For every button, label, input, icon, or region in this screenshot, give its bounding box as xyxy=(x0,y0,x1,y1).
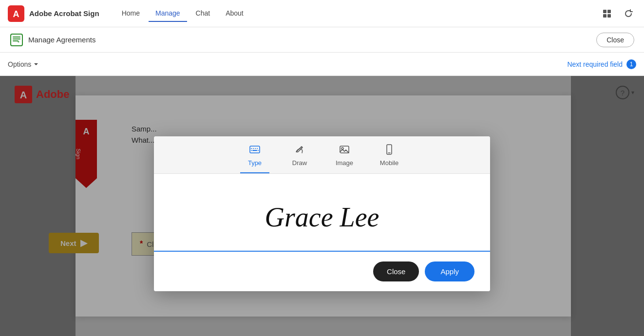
modal-close-button[interactable]: Close xyxy=(373,261,419,281)
svg-rect-5 xyxy=(607,14,611,18)
tab-image[interactable]: Image xyxy=(330,144,359,173)
tab-mobile-label: Mobile xyxy=(380,159,398,167)
brand-name: Adobe Acrobat Sign xyxy=(29,9,99,18)
keyboard-icon xyxy=(249,144,260,157)
nav-chat[interactable]: Chat xyxy=(189,5,217,22)
grid-icon xyxy=(603,9,611,18)
subbar-title: Manage Agreements xyxy=(28,36,95,44)
options-button[interactable]: Options xyxy=(8,60,39,68)
brand-icon: A xyxy=(8,5,24,22)
nav-about[interactable]: About xyxy=(219,5,250,22)
document-area: A Adobe ? ▾ Next ▶ A Sign Samp... What..… xyxy=(0,76,644,336)
modal-tabs: Type Draw xyxy=(154,136,490,174)
chevron-down-icon xyxy=(33,61,39,67)
agreements-icon xyxy=(10,33,23,47)
modal-footer: Close Apply xyxy=(154,252,490,291)
tab-draw-label: Draw xyxy=(292,159,307,167)
brand-area: A Adobe Acrobat Sign xyxy=(8,5,99,22)
svg-rect-6 xyxy=(11,34,22,46)
top-navbar: A Adobe Acrobat Sign Home Manage Chat Ab… xyxy=(0,0,644,27)
svg-rect-3 xyxy=(607,10,611,13)
main-nav: Home Manage Chat About xyxy=(115,5,250,22)
mobile-icon xyxy=(384,144,395,157)
nav-manage[interactable]: Manage xyxy=(149,5,187,22)
tab-mobile[interactable]: Mobile xyxy=(375,144,404,173)
svg-rect-2 xyxy=(603,10,606,13)
svg-rect-12 xyxy=(250,146,260,153)
signature-text: Grace Lee xyxy=(265,202,379,233)
image-icon xyxy=(339,144,350,157)
signature-area[interactable]: Grace Lee xyxy=(154,174,490,252)
subbar: Manage Agreements Close xyxy=(0,27,644,53)
options-label: Options xyxy=(8,60,31,68)
next-required-label[interactable]: Next required field xyxy=(567,60,623,68)
nav-home[interactable]: Home xyxy=(115,5,147,22)
svg-text:A: A xyxy=(13,9,19,19)
refresh-icon-button[interactable] xyxy=(621,6,636,21)
tab-type[interactable]: Type xyxy=(240,144,269,173)
svg-rect-4 xyxy=(603,14,606,18)
main-area: Options Next required field 1 A Adobe xyxy=(0,53,644,336)
tab-type-label: Type xyxy=(248,159,262,167)
doc-toolbar: Options Next required field 1 xyxy=(0,53,644,76)
topbar-actions xyxy=(599,6,636,21)
close-button[interactable]: Close xyxy=(596,33,634,47)
grid-icon-button[interactable] xyxy=(599,6,615,21)
next-required-area: Next required field 1 xyxy=(559,53,644,75)
next-required-badge: 1 xyxy=(626,59,636,69)
signature-modal: Type Draw xyxy=(154,136,490,291)
modal-apply-button[interactable]: Apply xyxy=(425,261,474,281)
refresh-icon xyxy=(624,9,633,18)
tab-draw[interactable]: Draw xyxy=(285,144,314,173)
draw-icon xyxy=(294,144,305,157)
tab-image-label: Image xyxy=(336,159,353,167)
